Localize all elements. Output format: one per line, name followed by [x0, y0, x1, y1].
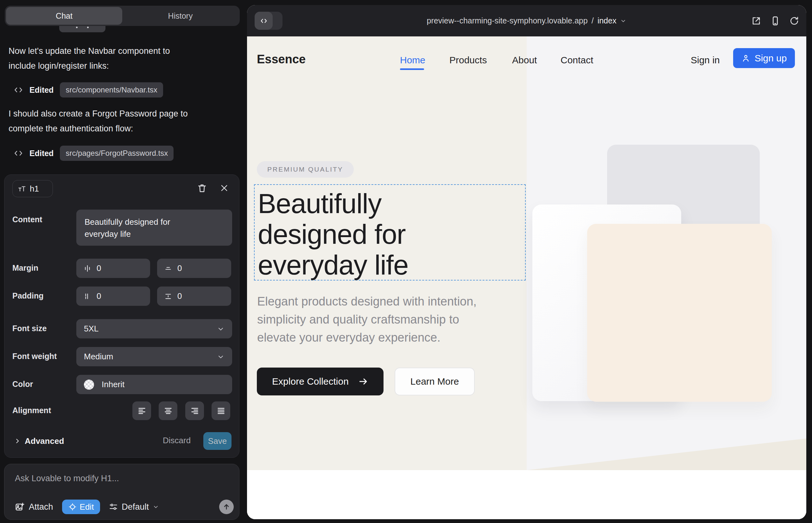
padding-x-value: 0 [96, 291, 101, 301]
content-line: everyday life [85, 228, 224, 240]
font-weight-value: Medium [84, 352, 113, 362]
nav-link-about[interactable]: About [512, 55, 537, 66]
chat-history-tabs: Chat History [5, 6, 240, 26]
font-weight-select[interactable]: Medium [76, 347, 232, 366]
tab-chat[interactable]: Chat [6, 7, 122, 25]
prompt-toolbar: Attach Edit Default [15, 500, 159, 514]
refresh-icon[interactable] [789, 16, 799, 26]
attach-label: Attach [29, 502, 53, 512]
font-size-value: 5XL [84, 324, 99, 334]
edit-label: Edit [80, 502, 94, 512]
sign-in-link[interactable]: Sign in [691, 55, 720, 66]
message-line: I should also create a Forgot Password p… [8, 106, 234, 121]
chevron-down-icon [217, 325, 225, 333]
color-value: Inherit [102, 380, 124, 390]
browser-preview: preview--charming-site-symphony.lovable.… [247, 5, 806, 519]
edited-file-row: Edited src/components/Navbar.tsx [14, 82, 163, 98]
message-line: include login/register links: [8, 58, 234, 73]
margin-y-value: 0 [177, 264, 182, 273]
discard-button[interactable]: Discard [163, 436, 191, 446]
code-icon [14, 85, 23, 95]
margin-x-input[interactable]: 0 [76, 259, 150, 278]
clipped-chip [59, 26, 105, 32]
hero-badge: PREMIUM QUALITY [257, 161, 354, 178]
advanced-toggle[interactable]: Advanced [14, 435, 64, 447]
assistant-message: I should also create a Forgot Password p… [8, 106, 234, 136]
content-line: Beautifully designed for [85, 216, 224, 228]
edited-label: Edited [30, 86, 54, 95]
target-icon [68, 503, 77, 511]
selected-element-tag: h1 [12, 180, 53, 197]
cta-primary-label: Explore Collection [272, 376, 349, 387]
mode-select[interactable]: Default [109, 502, 159, 512]
hero-heading[interactable]: Beautifully designed for everyday life [258, 188, 408, 280]
file-chip[interactable]: src/components/Navbar.tsx [60, 82, 163, 97]
font-weight-label: Font weight [12, 352, 57, 361]
send-button[interactable] [219, 500, 234, 514]
font-size-label: Font size [12, 324, 47, 333]
chevron-right-icon [14, 437, 21, 445]
tab-history[interactable]: History [122, 7, 239, 25]
hero-description: Elegant products designed with intention… [257, 292, 477, 347]
padding-y-value: 0 [177, 291, 182, 301]
save-button[interactable]: Save [203, 432, 231, 450]
content-input[interactable]: Beautifully designed for everyday life [76, 210, 232, 246]
chevron-down-icon [620, 18, 626, 24]
decorative-cream-card [587, 224, 772, 402]
nav-link-contact[interactable]: Contact [561, 55, 593, 66]
content-label: Content [12, 215, 42, 224]
url-separator: / [592, 16, 594, 25]
advanced-label: Advanced [25, 436, 64, 446]
align-center-button[interactable] [159, 401, 177, 420]
color-label: Color [12, 380, 33, 389]
explore-collection-button[interactable]: Explore Collection [257, 367, 384, 395]
open-external-icon[interactable] [751, 16, 761, 26]
description-line: Elegant products designed with intention… [257, 292, 477, 310]
mobile-view-icon[interactable] [770, 16, 780, 26]
attach-image-icon [15, 502, 24, 511]
color-select[interactable]: Inherit [76, 375, 232, 394]
url-page: index [598, 16, 617, 25]
heading-line: Beautifully [258, 188, 408, 219]
file-chip[interactable]: src/pages/ForgotPassword.tsx [60, 146, 174, 161]
site-logo[interactable]: Essence [257, 53, 306, 66]
learn-more-button[interactable]: Learn More [394, 367, 475, 395]
tag-name: h1 [30, 184, 39, 194]
element-editor-panel: h1 Content Beautifully designed for ever… [4, 175, 240, 458]
cta-secondary-label: Learn More [410, 376, 459, 387]
chat-input-box[interactable]: Ask Lovable to modify H1... Attach Edit … [4, 464, 240, 520]
nav-link-home[interactable]: Home [400, 55, 425, 66]
sign-up-button[interactable]: Sign up [733, 48, 795, 68]
align-left-button[interactable] [133, 401, 151, 420]
align-justify-button[interactable] [212, 401, 230, 420]
prompt-placeholder: Ask Lovable to modify H1... [15, 474, 119, 483]
preview-topbar: preview--charming-site-symphony.lovable.… [247, 5, 806, 36]
margin-y-input[interactable]: 0 [157, 259, 231, 278]
padding-y-input[interactable]: 0 [157, 287, 231, 306]
sign-up-label: Sign up [755, 53, 787, 64]
assistant-message: Now let's update the Navbar component to… [8, 44, 234, 73]
padding-x-input[interactable]: 0 [76, 287, 150, 306]
margin-horizontal-icon [83, 264, 91, 273]
edit-mode-button[interactable]: Edit [62, 500, 100, 514]
align-right-button[interactable] [185, 401, 204, 420]
margin-vertical-icon [164, 264, 172, 273]
attach-button[interactable]: Attach [15, 502, 53, 512]
chevron-down-icon [217, 353, 225, 361]
url-bar[interactable]: preview--charming-site-symphony.lovable.… [247, 5, 806, 36]
delete-element-button[interactable] [197, 183, 207, 193]
padding-label: Padding [12, 291, 44, 301]
font-size-select[interactable]: 5XL [76, 319, 232, 339]
sliders-icon [109, 502, 118, 511]
margin-label: Margin [12, 264, 38, 273]
close-panel-button[interactable] [220, 184, 229, 193]
edited-label: Edited [30, 149, 54, 158]
description-line: elevate your everyday experience. [257, 329, 477, 347]
arrow-right-icon [358, 376, 368, 386]
nav-link-products[interactable]: Products [449, 55, 487, 66]
message-line: complete the authentication flow: [8, 121, 234, 136]
alignment-label: Alignment [12, 406, 51, 415]
typography-icon [18, 184, 26, 193]
heading-line: everyday life [258, 250, 408, 280]
padding-vertical-icon [164, 292, 172, 301]
